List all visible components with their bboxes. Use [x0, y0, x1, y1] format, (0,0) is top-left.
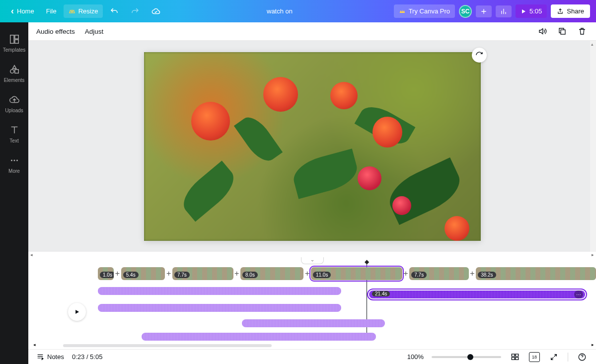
- add-collaborator-button[interactable]: [476, 5, 492, 17]
- add-clip-button[interactable]: +: [165, 269, 172, 278]
- zoom-slider[interactable]: [432, 356, 501, 358]
- canvas-frame[interactable]: [144, 52, 481, 241]
- scroll-right-icon[interactable]: ▸: [592, 342, 594, 347]
- video-clip[interactable]: 11.0s: [311, 267, 402, 280]
- grid-view-button[interactable]: [509, 351, 521, 363]
- sidepanel-item-label: Text: [9, 138, 18, 144]
- zoom-slider-knob[interactable]: [467, 354, 473, 360]
- sidepanel-elements[interactable]: Elements: [0, 59, 28, 88]
- video-clip[interactable]: 7.7s: [172, 267, 233, 280]
- play-button[interactable]: [68, 303, 86, 321]
- fullscreen-button[interactable]: [548, 351, 560, 363]
- adjust-button[interactable]: Adjust: [85, 28, 104, 35]
- notes-button[interactable]: Notes: [36, 353, 64, 361]
- file-menu[interactable]: File: [41, 4, 62, 18]
- clip-duration-badge: 5.4s: [123, 272, 139, 278]
- scroll-left-icon[interactable]: ◂: [33, 342, 36, 347]
- templates-icon: [8, 33, 20, 45]
- clip-duration-badge: 7.7s: [174, 272, 190, 278]
- share-button[interactable]: Share: [551, 4, 590, 18]
- canvas-scrollbar-horizontal[interactable]: ◂ ▸: [28, 252, 596, 257]
- zoom-value: 100%: [407, 353, 424, 361]
- video-clip[interactable]: 1.0s: [98, 267, 114, 280]
- analytics-button[interactable]: [496, 5, 512, 17]
- clip-duration-badge: 1.0s: [100, 272, 114, 278]
- audio-clip[interactable]: [242, 319, 385, 327]
- duplicate-button[interactable]: [556, 25, 568, 37]
- uploads-icon: [8, 94, 20, 106]
- help-button[interactable]: [576, 351, 588, 363]
- svg-rect-12: [516, 357, 519, 360]
- grid-icon: [511, 353, 520, 362]
- play-icon: [74, 308, 80, 315]
- play-preview-button[interactable]: 5:05: [516, 4, 547, 18]
- audio-clip[interactable]: [98, 287, 341, 295]
- resize-button[interactable]: Resize: [64, 4, 103, 18]
- sidepanel-uploads[interactable]: Uploads: [0, 89, 28, 118]
- sidepanel-item-label: More: [8, 168, 20, 174]
- share-icon: [557, 8, 564, 15]
- add-clip-button[interactable]: +: [469, 269, 476, 278]
- scroll-left-icon[interactable]: ◂: [30, 252, 33, 257]
- playback-time: 0:23 / 5:05: [72, 353, 102, 361]
- redo-icon: [131, 7, 140, 16]
- notes-label: Notes: [47, 353, 64, 361]
- add-clip-button[interactable]: +: [402, 269, 410, 278]
- sidepanel-item-label: Uploads: [5, 108, 23, 113]
- timeline-scrollbar-thumb[interactable]: [63, 344, 272, 347]
- sidepanel-text[interactable]: Text: [0, 119, 28, 148]
- resize-label: Resize: [78, 7, 98, 15]
- video-clip[interactable]: 5.4s: [121, 267, 165, 280]
- svg-point-5: [10, 159, 12, 161]
- collapse-timeline-button[interactable]: [301, 257, 324, 264]
- cloud-check-icon: [151, 7, 160, 16]
- svg-rect-0: [10, 35, 13, 44]
- sidepanel-templates[interactable]: Templates: [0, 28, 28, 58]
- audio-clip[interactable]: 21.4s⋯: [369, 291, 585, 298]
- home-label: Home: [17, 7, 34, 15]
- undo-button[interactable]: [105, 4, 124, 19]
- timeline-scrollbar[interactable]: ◂ ▸: [58, 344, 591, 348]
- clip-duration-badge: 7.7s: [411, 272, 427, 278]
- svg-rect-4: [14, 70, 18, 73]
- elements-icon: [8, 64, 20, 75]
- plus-icon: [480, 7, 488, 15]
- canvas-scrollbar-vertical[interactable]: ▴: [590, 41, 596, 252]
- video-clip[interactable]: 7.7s: [409, 267, 468, 280]
- volume-button[interactable]: [536, 25, 548, 37]
- video-clip[interactable]: 8.0s: [240, 267, 303, 280]
- video-clip[interactable]: 38.2s: [476, 267, 596, 280]
- svg-rect-11: [512, 357, 515, 360]
- svg-rect-1: [14, 35, 18, 39]
- audio-more-button[interactable]: ⋯: [574, 291, 583, 298]
- add-clip-button[interactable]: +: [303, 269, 311, 278]
- svg-point-3: [10, 70, 13, 73]
- delete-button[interactable]: [576, 25, 588, 37]
- svg-rect-10: [516, 354, 519, 357]
- reset-view-button[interactable]: [472, 48, 487, 63]
- add-clip-button[interactable]: +: [114, 269, 121, 278]
- try-pro-button[interactable]: Try Canva Pro: [394, 4, 455, 18]
- avatar[interactable]: SC: [459, 5, 472, 18]
- footer-bar: Notes 0:23 / 5:05 100% 18: [28, 349, 596, 364]
- add-clip-button[interactable]: +: [233, 269, 241, 278]
- text-icon: [8, 124, 20, 136]
- redo-button[interactable]: [126, 4, 145, 19]
- sidepanel-item-label: Elements: [4, 77, 25, 83]
- back-home-button[interactable]: Home: [6, 3, 39, 19]
- svg-rect-9: [512, 354, 515, 357]
- more-icon: [8, 154, 20, 166]
- audio-clip[interactable]: [98, 304, 341, 312]
- undo-icon: [110, 7, 119, 16]
- sidepanel-more[interactable]: More: [0, 149, 28, 179]
- crown-icon: [69, 8, 75, 15]
- design-title[interactable]: watch on: [267, 7, 293, 15]
- video-track: 1.0s+5.4s+7.7s+8.0s+11.0s+7.7s+38.2s: [98, 267, 596, 280]
- audio-effects-button[interactable]: Audio effects: [36, 28, 75, 35]
- audio-clip[interactable]: [142, 333, 376, 341]
- cloud-sync-button[interactable]: [147, 4, 165, 19]
- svg-rect-8: [561, 30, 565, 34]
- scroll-right-icon[interactable]: ▸: [592, 252, 594, 257]
- page-count-button[interactable]: 18: [529, 352, 540, 362]
- chevron-down-icon: [309, 259, 315, 263]
